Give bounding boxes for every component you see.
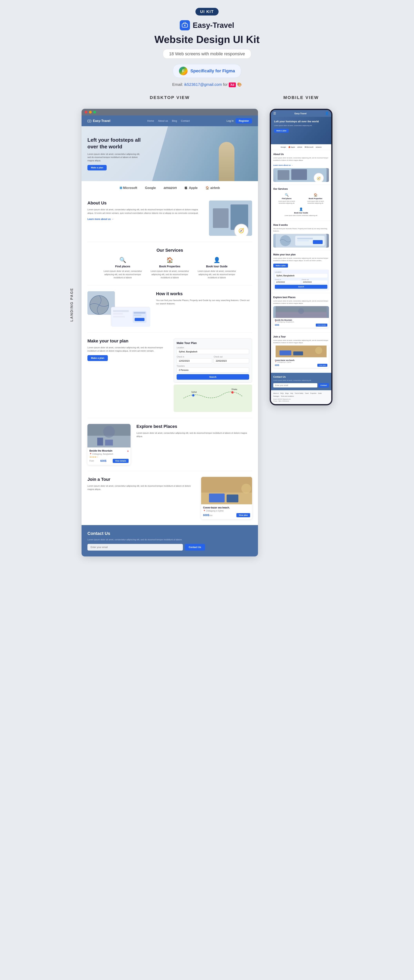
svg-rect-15 bbox=[113, 316, 125, 318]
contact-email-input[interactable] bbox=[88, 544, 183, 550]
svg-rect-20 bbox=[174, 385, 252, 412]
nav-about[interactable]: About us bbox=[158, 119, 168, 122]
nav-login-btn[interactable]: Log In bbox=[227, 119, 234, 122]
mobile-contact-form: Contact bbox=[273, 383, 329, 388]
tour-card: Coxes-bazar sea beach. 📍 Chittagong in S… bbox=[201, 477, 252, 519]
page-header: UI KIT Easy-Travel Website Design UI Kit… bbox=[0, 0, 414, 95]
svg-rect-13 bbox=[113, 310, 129, 312]
mobile-learn-more[interactable]: Learn more about us → bbox=[273, 164, 293, 166]
plan-form: Make Tour Plan Location Sylhet, Banglade… bbox=[174, 339, 252, 383]
heart-icon[interactable]: ♥ bbox=[127, 450, 129, 453]
mobile-contact-btn[interactable]: Contact bbox=[318, 383, 329, 388]
find-places-icon: 🔍 bbox=[103, 257, 142, 263]
join-section: Join a Tour Lorem ipsum dolor sit amet, … bbox=[81, 471, 258, 525]
mobile-join-title: Join a Tour bbox=[273, 336, 329, 338]
mobile-join-section: Join a Tour Lorem ipsum dolor sit amet, … bbox=[271, 332, 331, 373]
service-find-places: 🔍 Find places Lorem ipsum dolor sit amet… bbox=[103, 257, 142, 279]
map-placeholder: Sylhet Dhaka bbox=[174, 385, 252, 412]
footer-link-blogs[interactable]: Blogs bbox=[285, 393, 289, 394]
footer-link-trust[interactable]: Trust & Safety bbox=[295, 393, 303, 394]
mobile-place-info: Beside the Mountain 📍 Chittagong, Bangla… bbox=[273, 318, 329, 328]
footer-link-properties[interactable]: Properties bbox=[310, 393, 316, 394]
maximize-dot bbox=[93, 111, 96, 113]
mobile-about-section: About Us Lorem ipsum dolor sit amet, con… bbox=[271, 150, 331, 185]
mobile-view-details-btn[interactable]: View details bbox=[316, 324, 327, 326]
hero-description: Lorem ipsum dolor sit amet, consectetur … bbox=[88, 153, 142, 162]
brand-amazon: amazon bbox=[164, 186, 177, 190]
mobile-how-title: How it works bbox=[273, 224, 329, 226]
tour-price: 600$/mo bbox=[203, 514, 212, 517]
footer-link-help[interactable]: Help bbox=[290, 393, 293, 394]
view-details-btn[interactable]: View details bbox=[113, 459, 129, 463]
travelers-input[interactable]: 2 Persons bbox=[177, 368, 249, 372]
mobile-join-text: Lorem ipsum dolor sit amet, consectetur … bbox=[273, 339, 329, 344]
footer-link-travel[interactable]: Travel bbox=[305, 393, 309, 394]
nav-blog[interactable]: Blog bbox=[172, 119, 177, 122]
hero-cta-btn[interactable]: Make a plan bbox=[88, 165, 107, 170]
brand-logo: Easy-Travel bbox=[180, 20, 234, 30]
tour-plan-cta[interactable]: Make a plan bbox=[88, 355, 108, 361]
nav-home[interactable]: Home bbox=[147, 119, 154, 122]
hero-person-illustration bbox=[219, 142, 234, 181]
mobile-service-desc-3: Lorem ipsum dolor sit amet consectetur a… bbox=[275, 215, 327, 216]
how-images bbox=[88, 291, 150, 326]
about-learn-more[interactable]: Learn more about us → bbox=[88, 218, 114, 221]
mobile-tour-plan-section: Make your tour plan Lorem ipsum dolor si… bbox=[271, 250, 331, 293]
mobile-about-title: About Us bbox=[273, 153, 329, 156]
mobile-footer-links: About us FAQs Blogs Help Trust & Safety … bbox=[273, 393, 329, 397]
mobile-hero-text: Left your footsteps all over the world L… bbox=[274, 120, 319, 133]
email-link[interactable]: ik523617@gmail.com bbox=[184, 82, 222, 87]
checkin-input[interactable]: 12/02/2023 bbox=[177, 358, 212, 363]
mobile-contact-text: Lorem ipsum dolor sit amet, consectetur … bbox=[273, 379, 329, 381]
svg-text:Sylhet: Sylhet bbox=[191, 391, 197, 393]
minimize-dot bbox=[89, 111, 92, 113]
mobile-plan-title: Make your tour plan bbox=[273, 253, 329, 256]
footer-link-guide[interactable]: Guide bbox=[318, 393, 322, 394]
mobile-service-desc-2: Lorem ipsum dolor sit amet consectetur a… bbox=[304, 200, 327, 204]
mobile-hero-cta[interactable]: Make a plan bbox=[274, 129, 289, 133]
contact-section: Contact Us Lorem ipsum dolor sit amet, c… bbox=[81, 525, 258, 557]
book-properties-icon: 🏠 bbox=[150, 257, 189, 263]
tour-name: Coxes-bazar sea beach. bbox=[203, 506, 250, 509]
place-price: 600$ bbox=[100, 459, 107, 462]
mobile-footer: About us FAQs Blogs Help Trust & Safety … bbox=[271, 390, 331, 404]
mobile-label-col: MOBILE VIEW bbox=[270, 95, 333, 105]
desktop-nav: Easy-Travel Home About us Blog Contact L… bbox=[81, 115, 258, 126]
mobile-brand-apple: 🍎 Apple bbox=[288, 146, 295, 148]
contact-submit-btn[interactable]: Contact Us bbox=[185, 544, 205, 550]
email-line: Email: ik523617@gmail.com for Xd 🎨 bbox=[172, 82, 242, 87]
join-content: Join a Tour Lorem ipsum dolor sit amet, … bbox=[88, 477, 195, 519]
nav-register-btn[interactable]: Register bbox=[236, 118, 252, 124]
view-plan-btn[interactable]: View plan bbox=[236, 513, 250, 517]
tour-plan-title: Make your tour plan bbox=[88, 339, 168, 344]
nav-contact[interactable]: Contact bbox=[181, 119, 190, 122]
service-name-3: Book tour Guide bbox=[197, 265, 236, 268]
footer-link-terms[interactable]: Terms and conditions bbox=[281, 396, 294, 397]
svg-point-1 bbox=[184, 25, 185, 26]
checkout-input[interactable]: 22/02/2023 bbox=[214, 358, 249, 363]
footer-link-faqs[interactable]: FAQs bbox=[280, 393, 284, 394]
mobile-contact-input[interactable] bbox=[273, 383, 317, 388]
mobile-services-section: Our Services 🔍 Find places Lorem ipsum d… bbox=[271, 185, 331, 221]
search-btn[interactable]: Search bbox=[177, 374, 249, 380]
svg-rect-29 bbox=[105, 440, 113, 445]
mobile-plan-cta[interactable]: Make a plan bbox=[273, 264, 288, 267]
how-it-works-section: How it works You can find your favourite… bbox=[81, 285, 258, 332]
svg-rect-32 bbox=[209, 493, 225, 502]
svg-rect-14 bbox=[113, 313, 123, 315]
checkout-field: Check out 22/02/2023 bbox=[214, 356, 249, 363]
svg-rect-50 bbox=[280, 350, 291, 355]
mobile-contact-section: Contact Us Lorem ipsum dolor sit amet, c… bbox=[271, 373, 331, 390]
brand-name: Easy-Travel bbox=[193, 21, 234, 30]
brand-icon bbox=[180, 20, 190, 30]
location-input[interactable]: Sylhet, Bangladesh bbox=[177, 349, 249, 354]
footer-link-packages[interactable]: Packages bbox=[273, 396, 279, 397]
tour-card-image bbox=[201, 477, 252, 504]
landing-page-label: LANDING PAGE bbox=[70, 288, 74, 321]
footer-link-about[interactable]: About us bbox=[273, 393, 279, 394]
hamburger-icon[interactable]: ☰ bbox=[273, 111, 276, 115]
explore-place-image-area: Beside the Mountain ♥ 📍 Chittagong, Bang… bbox=[88, 424, 131, 465]
mobile-search-btn[interactable]: Search bbox=[275, 285, 327, 289]
mobile-view-plan-btn[interactable]: View plan bbox=[317, 364, 327, 367]
services-grid: 🔍 Find places Lorem ipsum dolor sit amet… bbox=[88, 257, 252, 279]
